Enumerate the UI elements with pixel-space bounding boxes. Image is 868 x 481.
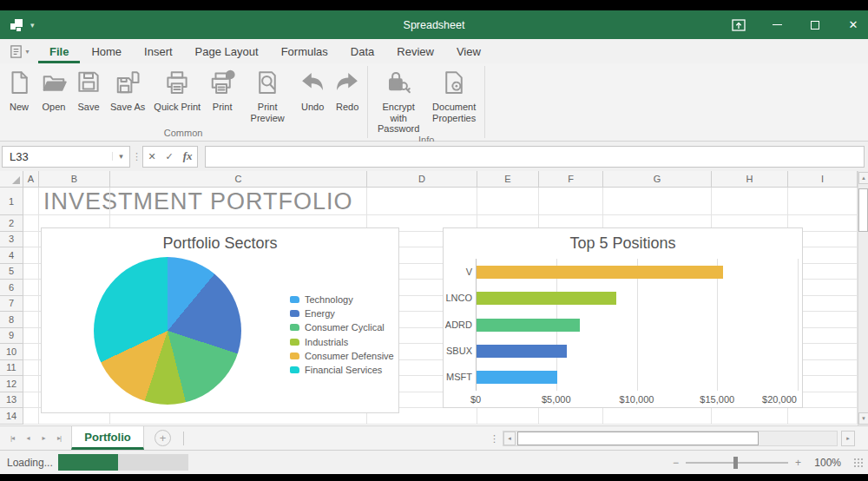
ribbon-tab-page-layout[interactable]: Page Layout [184, 39, 270, 63]
button-label: Open [43, 102, 66, 113]
button-label: Quick Print [154, 102, 201, 113]
zoom-in-button[interactable]: + [795, 457, 801, 469]
legend-item: Financial Services [290, 363, 382, 377]
maximize-button[interactable] [807, 17, 823, 33]
bar-chart[interactable]: Top 5 Positions $0$5,000$10,000$15,000$2… [443, 227, 803, 408]
button-label: New [10, 102, 29, 113]
legend-item: Consumer Cyclical [290, 320, 385, 334]
row-header-14[interactable]: 14 [0, 408, 23, 425]
app-logo-icon[interactable] [9, 17, 26, 33]
prev-sheet-icon[interactable]: ◂ [21, 434, 35, 442]
column-header-f[interactable]: F [539, 171, 603, 188]
zoom-out-button[interactable]: − [673, 457, 679, 469]
row-header-2[interactable]: 2 [0, 215, 23, 232]
encrypt-with-password-button[interactable]: Encrypt with Password [371, 67, 426, 135]
close-button[interactable]: ✕ [845, 17, 861, 33]
ribbon-tab-review[interactable]: Review [385, 39, 445, 63]
column-header-d[interactable]: D [367, 171, 477, 188]
group-separator [367, 66, 368, 138]
document-properties-button[interactable]: Document Properties [426, 67, 482, 123]
new-button[interactable]: New [2, 67, 36, 113]
formula-input[interactable] [205, 146, 865, 168]
row-header-11[interactable]: 11 [0, 360, 23, 377]
minimize-button[interactable] [769, 17, 785, 33]
vertical-scroll-thumb[interactable] [858, 188, 868, 232]
legend-marker-icon [290, 339, 299, 346]
print-preview-icon [254, 69, 280, 99]
print-preview-button[interactable]: Print Preview [240, 67, 295, 123]
first-sheet-icon[interactable]: |◂ [5, 434, 19, 442]
column-header-e[interactable]: E [477, 171, 539, 188]
ribbon-tab-home[interactable]: Home [80, 39, 133, 63]
name-box-caret-icon[interactable]: ▾ [112, 152, 129, 161]
button-label: Undo [301, 102, 324, 113]
save-button[interactable]: Save [71, 67, 106, 113]
column-header-b[interactable]: B [39, 171, 110, 188]
row-header-9[interactable]: 9 [0, 328, 23, 345]
name-box[interactable]: L33 ▾ [2, 146, 130, 168]
vertical-scrollbar[interactable]: ▲ ▼ [858, 171, 868, 425]
column-header-a[interactable]: A [23, 171, 39, 188]
column-header-c[interactable]: C [110, 171, 367, 188]
undo-button[interactable]: Undo [295, 67, 330, 113]
scroll-up-icon[interactable]: ▲ [858, 172, 868, 184]
insert-function-button[interactable]: fx [183, 149, 193, 163]
scroll-right-icon[interactable]: ▸ [841, 431, 855, 446]
enter-button[interactable]: ✓ [166, 151, 174, 162]
horizontal-scroll-thumb[interactable] [517, 432, 759, 445]
scroll-left-icon[interactable]: ◂ [503, 432, 516, 445]
ribbon-tab-formulas[interactable]: Formulas [270, 39, 339, 63]
row-header-7[interactable]: 7 [0, 296, 23, 313]
row-header-6[interactable]: 6 [0, 280, 23, 296]
resize-grip-icon[interactable] [853, 458, 863, 467]
column-header-g[interactable]: G [603, 171, 712, 188]
row-header-3[interactable]: 3 [0, 232, 23, 248]
bar-lnco [477, 292, 616, 305]
ribbon-display-options-icon[interactable] [731, 17, 746, 33]
select-all-corner[interactable] [0, 171, 23, 188]
zoom-slider[interactable] [686, 457, 788, 469]
row-header-12[interactable]: 12 [0, 376, 23, 392]
ribbon-tab-view[interactable]: View [445, 39, 492, 63]
horizontal-scrollbar[interactable]: ◂ [503, 431, 838, 446]
zoom-slider-thumb[interactable] [733, 457, 738, 469]
legend-label: Consumer Defensive [305, 351, 394, 361]
ribbon-tab-data[interactable]: Data [339, 39, 385, 63]
name-box-value: L33 [3, 150, 112, 163]
scrollbar-splitter[interactable]: ⋮ [490, 433, 499, 445]
ribbon-tab-insert[interactable]: Insert [133, 39, 184, 63]
row-header-13[interactable]: 13 [0, 392, 23, 409]
legend-label: Consumer Cyclical [305, 322, 385, 333]
logo-dropdown-caret-icon[interactable]: ▾ [30, 21, 35, 30]
ribbon-tab-file[interactable]: File [38, 39, 80, 63]
redo-button[interactable]: Redo [330, 67, 365, 113]
save-as-button[interactable]: Save As [106, 67, 149, 113]
sheet-tab-portfolio[interactable]: Portfolio [71, 426, 144, 450]
column-header-i[interactable]: I [788, 171, 858, 188]
legend-label: Industrials [305, 337, 348, 347]
ribbon-group-common: NewOpenSaveSave AsQuick Print?PrintPrint… [0, 63, 366, 141]
column-header-h[interactable]: H [712, 171, 788, 188]
next-sheet-icon[interactable]: ▸ [36, 434, 50, 442]
row-header-10[interactable]: 10 [0, 344, 23, 360]
row-header-8[interactable]: 8 [0, 312, 23, 328]
cancel-button[interactable]: ✕ [148, 151, 155, 162]
open-button[interactable]: Open [36, 67, 71, 113]
legend-label: Technology [305, 294, 353, 305]
row-header-1[interactable]: 1 [0, 188, 23, 215]
chart-gridline [717, 259, 718, 391]
formula-bar-splitter[interactable]: ⋮ [130, 151, 142, 162]
add-sheet-icon[interactable]: + [155, 430, 171, 446]
spreadsheet-grid[interactable]: INVESTMENT PORTFOLIO ABCDEFGHI1234567891… [0, 171, 868, 425]
quick-print-button[interactable]: Quick Print [149, 67, 205, 113]
print-button[interactable]: ?Print [205, 67, 240, 113]
last-sheet-icon[interactable]: ▸| [52, 434, 66, 442]
row-header-4[interactable]: 4 [0, 247, 23, 264]
pie-chart[interactable]: Portfolio Sectors TechnologyEnergyConsum… [41, 227, 399, 413]
button-label: Save As [110, 102, 145, 113]
scroll-down-icon[interactable]: ▼ [858, 412, 868, 425]
row-header-5[interactable]: 5 [0, 264, 23, 280]
ribbon-menu-button[interactable]: ▾ [0, 39, 38, 63]
group-separator [484, 66, 485, 138]
titlebar: ▾ Spreadsheet ✕ [0, 10, 868, 39]
